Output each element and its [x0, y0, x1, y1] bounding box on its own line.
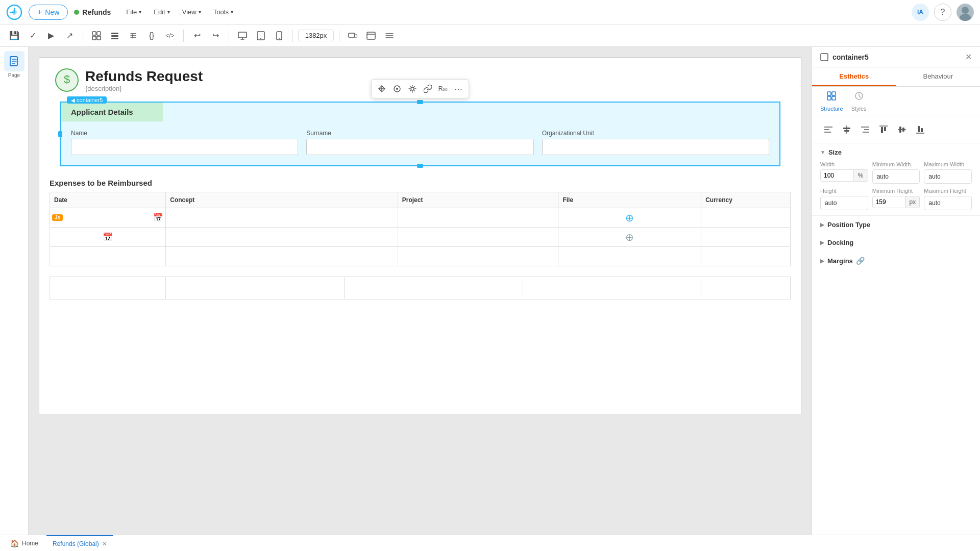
- mobile-view-button[interactable]: [271, 28, 287, 44]
- max-width-input[interactable]: auto: [924, 169, 972, 184]
- currency-cell-1[interactable]: [701, 208, 791, 228]
- app-logo: [6, 4, 22, 20]
- layers-button[interactable]: [107, 28, 123, 44]
- settings-button[interactable]: [381, 28, 398, 44]
- currency-cell-2[interactable]: [701, 228, 791, 247]
- nav-file[interactable]: File ▾: [121, 6, 146, 18]
- ia-button[interactable]: IA: [912, 4, 929, 21]
- nav-edit[interactable]: Edit ▾: [149, 6, 175, 18]
- check-button[interactable]: ✓: [24, 28, 41, 44]
- play-button[interactable]: ▶: [43, 28, 59, 44]
- container5[interactable]: ◀ container5 Applicant Details Name: [60, 102, 780, 166]
- nav-tools[interactable]: Tools ▾: [208, 6, 238, 18]
- add-file-icon-1[interactable]: ⊕: [625, 212, 634, 223]
- sub-tab-styles[interactable]: Styles: [851, 91, 867, 112]
- project-cell-1[interactable]: [398, 208, 558, 228]
- org-unit-input[interactable]: [542, 139, 769, 155]
- align-bottom-button[interactable]: [912, 121, 928, 138]
- calendar-icon-1[interactable]: 📅: [153, 213, 163, 222]
- docking-label: Docking: [827, 239, 853, 246]
- position-type-section[interactable]: ▶ Position Type: [812, 216, 980, 234]
- date-input-1[interactable]: [65, 212, 151, 223]
- resize-handle-top[interactable]: [417, 100, 423, 104]
- chevron-down-icon: ▾: [231, 9, 233, 15]
- currency-input-2[interactable]: [703, 232, 788, 243]
- code-button[interactable]: </>: [162, 28, 178, 44]
- sidebar-item-page[interactable]: Page: [4, 51, 24, 78]
- bottom-cell-2[interactable]: [166, 277, 345, 299]
- help-button[interactable]: ?: [934, 4, 951, 21]
- container5-tag[interactable]: ◀ container5: [67, 96, 107, 104]
- bottom-cell-4[interactable]: [523, 277, 701, 299]
- undo-button[interactable]: ↩: [189, 28, 205, 44]
- container-controls: R₀₀ ⋯: [371, 79, 469, 98]
- project-cell-3[interactable]: [398, 247, 558, 266]
- user-avatar[interactable]: [957, 4, 974, 21]
- concept-cell-3[interactable]: [166, 247, 398, 266]
- max-height-input[interactable]: auto: [924, 196, 972, 210]
- min-width-input[interactable]: auto: [872, 169, 920, 184]
- svg-rect-33: [832, 92, 836, 95]
- refunds-tab[interactable]: Refunds (Global) ✕: [46, 535, 113, 551]
- responsive-button[interactable]: [345, 28, 361, 44]
- svg-rect-8: [111, 35, 118, 37]
- desktop-view-button[interactable]: [234, 28, 251, 44]
- date-cell-3[interactable]: [50, 247, 166, 266]
- new-button[interactable]: + New: [29, 5, 68, 20]
- export-button[interactable]: ↗: [61, 28, 78, 44]
- file-cell-3[interactable]: [558, 247, 701, 266]
- bottom-cell-5[interactable]: [701, 277, 791, 299]
- braces-button[interactable]: {}: [143, 28, 160, 44]
- resize-control[interactable]: [390, 82, 404, 96]
- col-currency: Currency: [701, 192, 791, 208]
- width-input[interactable]: [820, 169, 854, 182]
- save-button[interactable]: 💾: [6, 28, 22, 44]
- project-cell-2[interactable]: [398, 228, 558, 247]
- align-top-button[interactable]: [875, 121, 892, 138]
- align-left-button[interactable]: [820, 121, 837, 138]
- align-center-h-button[interactable]: [839, 121, 855, 138]
- calendar-icon-2[interactable]: 📅: [103, 232, 113, 242]
- currency-cell-3[interactable]: [701, 247, 791, 266]
- components-button[interactable]: [88, 28, 105, 44]
- min-height-input[interactable]: [872, 196, 906, 208]
- home-tab[interactable]: 🏠 Home: [4, 537, 44, 549]
- resize-handle-left[interactable]: [58, 131, 62, 137]
- margins-section[interactable]: ▶ Margins 🔗: [812, 252, 980, 270]
- docking-section[interactable]: ▶ Docking: [812, 234, 980, 252]
- concept-cell-2[interactable]: [166, 228, 398, 247]
- page-icon[interactable]: [4, 51, 24, 71]
- bottom-cell-1[interactable]: [50, 277, 166, 299]
- link-control[interactable]: [421, 82, 435, 96]
- settings-control[interactable]: [405, 82, 420, 96]
- currency-input-1[interactable]: [703, 212, 788, 223]
- surname-input[interactable]: [306, 139, 533, 155]
- bottom-cell-3[interactable]: [344, 277, 523, 299]
- add-file-icon-2[interactable]: ⊕: [625, 232, 634, 243]
- move-control[interactable]: [375, 82, 389, 96]
- tablet-view-button[interactable]: [253, 28, 269, 44]
- concept-cell-1[interactable]: [166, 208, 398, 228]
- sub-tab-structure[interactable]: Structure: [820, 91, 843, 112]
- more-control[interactable]: ⋯: [451, 82, 465, 96]
- concept-input-1[interactable]: [168, 212, 396, 223]
- browser-button[interactable]: [363, 28, 379, 44]
- name-input[interactable]: [71, 139, 298, 155]
- canvas-area[interactable]: $ Refunds Request {description}: [29, 47, 812, 535]
- concept-input-2[interactable]: [168, 232, 396, 243]
- size-section-header[interactable]: ▼ Size: [820, 148, 972, 156]
- height-input[interactable]: auto: [820, 196, 868, 210]
- close-tab-button[interactable]: ✕: [102, 540, 107, 547]
- tab-esthetics[interactable]: Esthetics: [812, 67, 896, 86]
- r00-control[interactable]: R₀₀: [436, 82, 450, 96]
- project-input-1[interactable]: [400, 212, 556, 223]
- tab-behaviour[interactable]: Behaviour: [896, 67, 981, 86]
- align-right-button[interactable]: [857, 121, 873, 138]
- resize-handle-bottom[interactable]: [417, 164, 423, 168]
- datasource-button[interactable]: [125, 28, 141, 44]
- nav-view[interactable]: View ▾: [177, 6, 206, 18]
- align-middle-button[interactable]: [894, 121, 910, 138]
- project-input-2[interactable]: [400, 232, 556, 243]
- panel-close-button[interactable]: ✕: [965, 52, 972, 62]
- redo-button[interactable]: ↪: [207, 28, 224, 44]
